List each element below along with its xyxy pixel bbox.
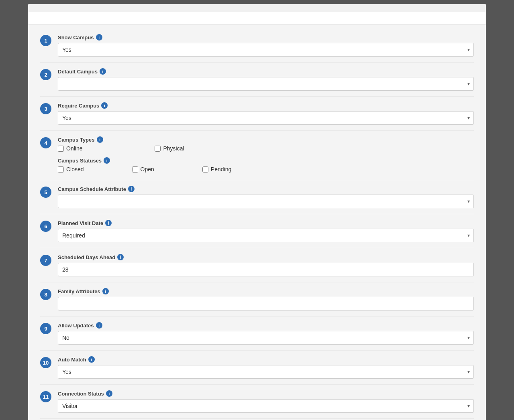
setting-content-9: Allow UpdatesiNoYes▾	[58, 322, 474, 345]
text-input-8[interactable]	[58, 297, 474, 310]
setting-row-9: 9Allow UpdatesiNoYes▾	[40, 317, 474, 351]
info-icon-2[interactable]: i	[100, 68, 106, 75]
setting-label-text-9: Allow Updates	[58, 323, 94, 329]
setting-row-10: 10Auto MatchiYesNo▾	[40, 351, 474, 385]
step-badge-4: 4	[40, 137, 51, 148]
select-wrapper-9: NoYes▾	[58, 331, 474, 345]
setting-label-7: Scheduled Days Aheadi	[58, 254, 474, 260]
checkbox-status-pending[interactable]	[202, 166, 208, 172]
setting-label-1: Show Campusi	[58, 34, 474, 41]
step-badge-6: 6	[40, 221, 51, 232]
setting-label-11: Connection Statusi	[58, 390, 474, 397]
step-badge-8: 8	[40, 289, 51, 300]
setting-content-10: Auto MatchiYesNo▾	[58, 356, 474, 379]
setting-label-text-11: Connection Status	[58, 391, 104, 397]
info-icon-6[interactable]: i	[105, 220, 112, 226]
select-11[interactable]: VisitorMemberAttendee	[58, 399, 474, 413]
info-icon-1[interactable]: i	[96, 34, 102, 41]
setting-label-text-10: Auto Match	[58, 357, 86, 363]
setting-label-8: Family Attributesi	[58, 288, 474, 294]
step-badge-5: 5	[40, 187, 51, 198]
select-2[interactable]	[58, 77, 474, 91]
info-icon-8[interactable]: i	[102, 288, 109, 294]
setting-label-text-6: Planned Visit Date	[58, 220, 103, 226]
setting-label-3: Require Campusi	[58, 102, 474, 109]
select-3[interactable]: YesNo	[58, 111, 474, 125]
info-icon-5[interactable]: i	[128, 186, 135, 192]
setting-label-9: Allow Updatesi	[58, 322, 474, 329]
setting-row-7: 7Scheduled Days Aheadi	[40, 248, 474, 282]
setting-row-4: 4Campus TypesiOnlinePhysicalCampus Statu…	[40, 131, 474, 180]
step-badge-11: 11	[40, 391, 51, 402]
page-title	[28, 12, 486, 24]
setting-content-4: Campus TypesiOnlinePhysicalCampus Status…	[58, 136, 474, 174]
settings-container: 1Show CampusiYesNo▾2Default Campusi▾3Req…	[28, 24, 486, 420]
step-badge-10: 10	[40, 357, 51, 368]
setting-label-2: Default Campusi	[58, 68, 474, 75]
step-badge-9: 9	[40, 323, 51, 334]
select-9[interactable]: NoYes	[58, 331, 474, 345]
campus-statuses-group: Campus StatusesiClosedOpenPending	[58, 157, 474, 174]
setting-label-text-3: Require Campus	[58, 103, 99, 109]
select-5[interactable]	[58, 195, 474, 208]
checkbox-status-open[interactable]	[132, 166, 138, 172]
text-input-7[interactable]	[58, 263, 474, 276]
setting-content-2: Default Campusi▾	[58, 68, 474, 91]
checkbox-group-types: OnlinePhysical	[58, 145, 474, 153]
setting-label-text-4: Campus Types	[58, 137, 95, 143]
select-1[interactable]: YesNo	[58, 43, 474, 57]
step-badge-7: 7	[40, 255, 51, 266]
setting-row-11: 11Connection StatusiVisitorMemberAttende…	[40, 385, 474, 419]
checkbox-label-status-pending: Pending	[211, 166, 231, 172]
info-icon-7[interactable]: i	[117, 254, 124, 260]
step-badge-2: 2	[40, 69, 51, 80]
info-icon-11[interactable]: i	[106, 390, 112, 397]
setting-content-3: Require CampusiYesNo▾	[58, 102, 474, 125]
select-wrapper-3: YesNo▾	[58, 111, 474, 125]
select-wrapper-1: YesNo▾	[58, 43, 474, 57]
setting-label-text-5: Campus Schedule Attribute	[58, 186, 126, 192]
checkbox-label-type-physical: Physical	[163, 145, 184, 152]
setting-row-6: 6Planned Visit DateiRequiredOptionalHidd…	[40, 214, 474, 248]
checkbox-type-physical[interactable]	[155, 146, 161, 152]
checkbox-item-status-2: Pending	[202, 166, 231, 172]
select-6[interactable]: RequiredOptionalHidden	[58, 229, 474, 242]
setting-label-text-1: Show Campus	[58, 34, 94, 41]
checkbox-item-status-0: Closed	[58, 166, 84, 172]
info-icon-4[interactable]: i	[97, 136, 103, 143]
select-wrapper-2: ▾	[58, 77, 474, 91]
setting-label-6: Planned Visit Datei	[58, 220, 474, 226]
checkbox-item-status-1: Open	[132, 166, 154, 172]
checkbox-type-online[interactable]	[58, 146, 64, 152]
setting-row-3: 3Require CampusiYesNo▾	[40, 97, 474, 131]
setting-content-6: Planned Visit DateiRequiredOptionalHidde…	[58, 220, 474, 242]
setting-content-11: Connection StatusiVisitorMemberAttendee▾	[58, 390, 474, 413]
info-icon-campus-statuses[interactable]: i	[104, 157, 110, 164]
setting-row-1: 1Show CampusiYesNo▾	[40, 28, 474, 63]
info-icon-9[interactable]: i	[96, 322, 102, 329]
info-icon-3[interactable]: i	[101, 102, 108, 109]
checkbox-item-type-1: Physical	[155, 145, 184, 152]
select-10[interactable]: YesNo	[58, 365, 474, 379]
setting-label-text-8: Family Attributes	[58, 288, 100, 294]
setting-label-4: Campus Typesi	[58, 136, 474, 143]
setting-label-text-7: Scheduled Days Ahead	[58, 254, 115, 260]
setting-content-8: Family Attributesi	[58, 288, 474, 310]
step-badge-3: 3	[40, 103, 51, 114]
checkbox-status-closed[interactable]	[58, 166, 64, 172]
setting-label-10: Auto Matchi	[58, 356, 474, 363]
checkbox-label-status-closed: Closed	[66, 166, 84, 172]
info-icon-10[interactable]: i	[88, 356, 95, 363]
checkbox-label-type-online: Online	[66, 145, 82, 152]
setting-label-5: Campus Schedule Attributei	[58, 186, 474, 192]
checkbox-label-status-open: Open	[141, 166, 154, 172]
checkbox-group-statuses: ClosedOpenPending	[58, 166, 474, 174]
settings-panel: 1Show CampusiYesNo▾2Default Campusi▾3Req…	[28, 4, 486, 420]
step-badge-1: 1	[40, 35, 51, 46]
campus-statuses-label: Campus Statusesi	[58, 157, 474, 164]
setting-content-7: Scheduled Days Aheadi	[58, 254, 474, 276]
select-wrapper-10: YesNo▾	[58, 365, 474, 379]
setting-content-1: Show CampusiYesNo▾	[58, 34, 474, 57]
checkbox-item-type-0: Online	[58, 145, 82, 152]
select-wrapper-11: VisitorMemberAttendee▾	[58, 399, 474, 413]
